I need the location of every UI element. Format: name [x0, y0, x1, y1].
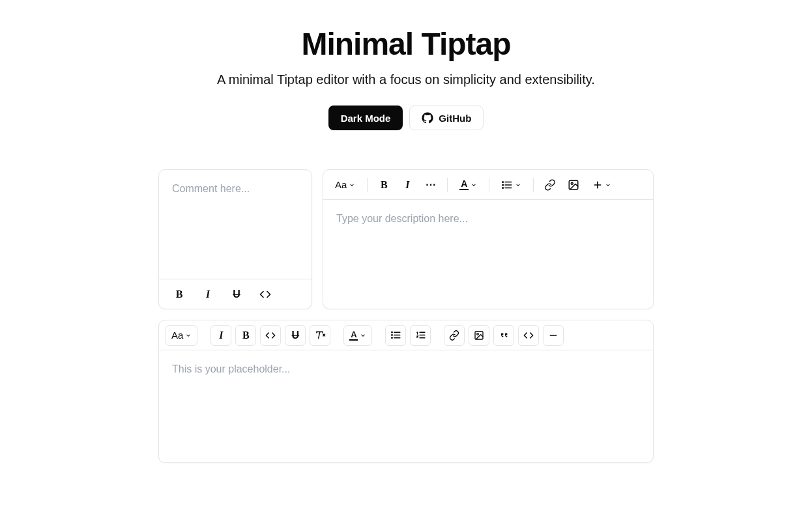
color-dropdown[interactable]: A [343, 325, 372, 346]
separator [489, 178, 489, 192]
plus-icon [592, 180, 603, 190]
main-toolbar: Aa I B U A [159, 320, 653, 350]
paragraph-dropdown[interactable]: Aa [166, 325, 197, 346]
svg-point-4 [502, 184, 504, 186]
page-subtitle: A minimal Tiptap editor with a focus on … [158, 72, 654, 87]
separator [447, 178, 448, 192]
svg-point-14 [392, 335, 392, 335]
color-dropdown[interactable]: A [454, 175, 482, 195]
blockquote-button[interactable] [493, 325, 514, 346]
unordered-list-button[interactable] [385, 325, 406, 346]
strike-icon: U [292, 330, 300, 341]
svg-point-3 [502, 181, 504, 182]
code-icon [265, 330, 276, 341]
description-editor: Aa B I ··· A [323, 169, 654, 309]
chevron-down-icon [349, 182, 355, 188]
chevron-down-icon [360, 332, 366, 339]
description-editor-body[interactable]: Type your description here... [323, 200, 653, 309]
separator [533, 178, 534, 192]
main-editor-body[interactable]: This is your placeholder... [159, 350, 653, 462]
quote-icon [499, 330, 509, 341]
link-icon [449, 330, 459, 341]
italic-button[interactable]: I [198, 285, 218, 304]
bold-button[interactable]: B [235, 325, 256, 346]
strike-icon: U [233, 289, 240, 300]
bold-button[interactable]: B [374, 175, 394, 195]
github-label: GitHub [439, 113, 471, 124]
codeblock-button[interactable] [518, 325, 539, 346]
chevron-down-icon [515, 182, 521, 188]
clear-format-icon [315, 330, 326, 341]
more-button[interactable]: ··· [421, 175, 441, 195]
dark-mode-label: Dark Mode [341, 113, 391, 124]
list-ul-icon [390, 330, 401, 341]
page-title: Minimal Tiptap [158, 26, 654, 62]
paragraph-dropdown[interactable]: Aa [330, 175, 360, 195]
text-color-icon: A [349, 330, 358, 341]
list-icon [501, 179, 513, 191]
github-icon [422, 112, 433, 124]
text-color-icon: A [459, 179, 469, 190]
link-button[interactable] [540, 175, 560, 195]
ordered-list-button[interactable] [410, 325, 431, 346]
link-icon [544, 179, 556, 191]
code-button[interactable] [255, 285, 275, 304]
clear-format-button[interactable] [310, 325, 330, 346]
italic-button[interactable]: I [398, 175, 417, 195]
code-icon [523, 330, 534, 341]
svg-point-15 [392, 337, 392, 338]
github-button[interactable]: GitHub [409, 106, 484, 130]
bold-button[interactable]: B [169, 285, 189, 304]
svg-point-13 [392, 332, 392, 333]
chevron-down-icon [605, 182, 611, 188]
separator [367, 178, 368, 192]
comment-editor: Comment here... B I U [158, 169, 312, 309]
svg-point-7 [572, 182, 573, 184]
chevron-down-icon [185, 332, 192, 339]
list-ol-icon [415, 330, 426, 341]
main-editor: Aa I B U A [158, 320, 654, 463]
dark-mode-button[interactable]: Dark Mode [328, 106, 403, 130]
code-button[interactable] [260, 325, 281, 346]
strike-button[interactable]: U [285, 325, 306, 346]
insert-dropdown[interactable] [587, 175, 616, 195]
svg-point-5 [502, 187, 504, 188]
code-icon [259, 289, 271, 300]
description-toolbar: Aa B I ··· A [323, 170, 653, 200]
minus-icon [548, 330, 558, 341]
image-button[interactable] [564, 175, 583, 195]
list-dropdown[interactable] [496, 175, 527, 195]
comment-toolbar: B I U [159, 279, 312, 309]
chevron-down-icon [471, 182, 477, 188]
link-button[interactable] [444, 325, 465, 346]
comment-editor-body[interactable]: Comment here... [159, 170, 312, 279]
image-button[interactable] [469, 325, 489, 346]
image-icon [474, 330, 484, 341]
svg-point-20 [477, 333, 479, 335]
italic-button[interactable]: I [210, 325, 231, 346]
horizontal-rule-button[interactable] [543, 325, 564, 346]
image-icon [568, 179, 579, 191]
strike-button[interactable]: U [227, 285, 246, 304]
